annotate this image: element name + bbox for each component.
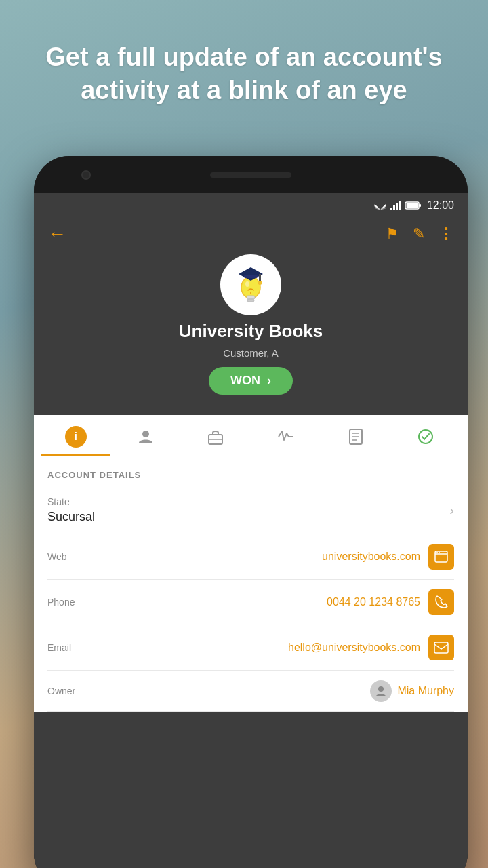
tab-info[interactable]: i: [41, 415, 110, 456]
state-label: State: [47, 496, 447, 507]
svg-rect-13: [247, 299, 254, 302]
tab-check[interactable]: [391, 417, 461, 454]
won-chevron: ›: [267, 374, 271, 388]
nav-actions: ⚑ ✎ ⋮: [386, 225, 454, 243]
phone-icon: [434, 595, 448, 609]
phone-top-bezel: [34, 156, 468, 193]
phone-value-group: 0044 20 1234 8765: [327, 589, 454, 615]
svg-point-21: [142, 431, 149, 437]
web-value[interactable]: universitybooks.com: [322, 551, 420, 563]
phone-mockup: 12:00 ← ⚑ ✎ ⋮: [34, 156, 481, 868]
headline-text: Get a full update of an account's activi…: [27, 41, 461, 108]
svg-rect-9: [419, 204, 421, 207]
status-bar: 12:00: [34, 193, 468, 218]
email-value[interactable]: hello@universitybooks.com: [288, 642, 420, 654]
owner-person-icon: [375, 685, 387, 697]
phone-value[interactable]: 0044 20 1234 8765: [327, 596, 420, 608]
info-icon: i: [65, 426, 87, 448]
svg-rect-33: [434, 642, 448, 653]
email-action-icon[interactable]: [428, 635, 454, 660]
svg-point-28: [419, 430, 432, 443]
tab-contact[interactable]: [110, 417, 180, 454]
tab-activity[interactable]: [251, 417, 321, 454]
email-value-group: hello@universitybooks.com: [288, 635, 454, 660]
notes-icon: [347, 428, 365, 446]
state-value: Sucursal: [47, 510, 447, 524]
svg-point-15: [245, 281, 249, 287]
svg-point-32: [439, 552, 440, 553]
web-label: Web: [47, 551, 67, 562]
web-value-group: universitybooks.com: [322, 544, 454, 570]
svg-rect-10: [406, 203, 418, 208]
email-field-row: Email hello@universitybooks.com: [47, 625, 454, 671]
email-icon: [434, 642, 449, 654]
svg-point-34: [378, 686, 384, 692]
status-icons: [374, 201, 422, 210]
phone-screen: 12:00 ← ⚑ ✎ ⋮: [34, 193, 468, 868]
account-profile: University Books Customer, A WON ›: [47, 254, 454, 395]
tab-notes[interactable]: [321, 417, 390, 454]
activity-icon: [277, 428, 295, 446]
state-chevron: ›: [449, 502, 454, 518]
speaker: [210, 172, 291, 178]
account-name: University Books: [179, 321, 323, 342]
phone-body: 12:00 ← ⚑ ✎ ⋮: [34, 156, 468, 868]
svg-point-18: [258, 281, 262, 285]
account-avatar-image: [228, 262, 274, 308]
nav-bar: ← ⚑ ✎ ⋮: [47, 224, 454, 243]
avatar: [220, 254, 281, 315]
contact-icon: [137, 428, 155, 446]
phone-label: Phone: [47, 597, 75, 608]
browser-icon: [434, 551, 448, 563]
edit-button[interactable]: ✎: [413, 225, 425, 243]
front-camera: [81, 170, 91, 180]
battery-icon: [405, 201, 422, 210]
owner-name: Mia Murphy: [397, 685, 454, 697]
tab-briefcase[interactable]: [181, 417, 251, 454]
more-button[interactable]: ⋮: [439, 225, 454, 243]
check-icon: [417, 428, 434, 446]
svg-rect-4: [390, 208, 392, 210]
owner-field-row: Owner Mia Murphy: [47, 671, 454, 712]
owner-avatar-icon: [370, 680, 392, 702]
wifi-icon: [374, 201, 386, 210]
section-title: ACCOUNT DETAILS: [47, 456, 454, 487]
state-field: State Sucursal: [47, 496, 447, 524]
headline-section: Get a full update of an account's activi…: [0, 41, 488, 108]
briefcase-icon: [207, 428, 224, 446]
svg-rect-6: [396, 203, 398, 210]
owner-value-group: Mia Murphy: [370, 680, 454, 702]
web-action-icon[interactable]: [428, 544, 454, 570]
owner-label: Owner: [47, 686, 75, 696]
phone-field-row: Phone 0044 20 1234 8765: [47, 580, 454, 625]
state-field-row[interactable]: State Sucursal ›: [47, 487, 454, 534]
svg-rect-5: [393, 205, 395, 210]
signal-icon: [390, 201, 401, 210]
phone-action-icon[interactable]: [428, 589, 454, 615]
web-field-row: Web universitybooks.com: [47, 534, 454, 580]
back-button[interactable]: ←: [47, 224, 66, 243]
tab-bar: i: [34, 415, 468, 456]
svg-rect-12: [247, 296, 255, 299]
svg-rect-20: [244, 275, 258, 278]
status-time: 12:00: [427, 199, 454, 212]
account-type: Customer, A: [223, 347, 279, 359]
svg-point-31: [436, 552, 438, 553]
svg-rect-7: [399, 201, 401, 210]
email-label: Email: [47, 642, 71, 653]
app-header: ← ⚑ ✎ ⋮: [34, 218, 468, 415]
won-button[interactable]: WON ›: [209, 367, 293, 395]
flag-button[interactable]: ⚑: [386, 225, 399, 243]
content-area: ACCOUNT DETAILS State Sucursal › Web uni…: [34, 456, 468, 712]
